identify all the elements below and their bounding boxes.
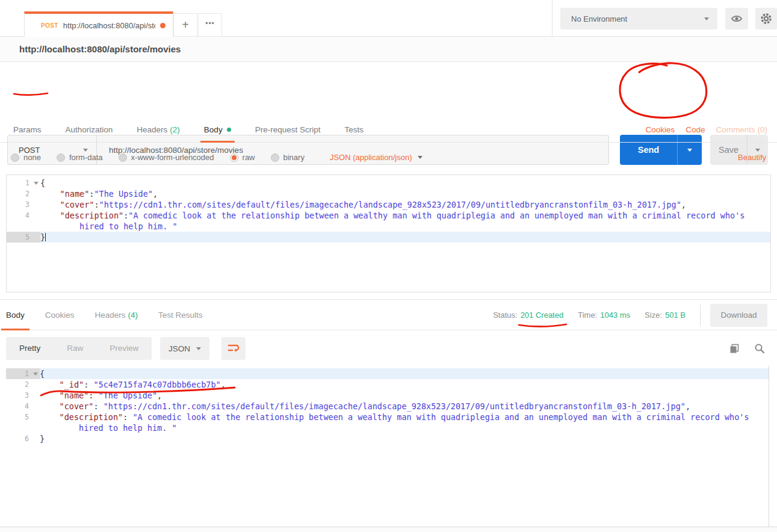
fold-caret-icon[interactable]	[31, 373, 40, 376]
status-badge: Status: 201 Created	[493, 311, 563, 320]
wrap-lines-icon	[228, 343, 240, 354]
fold-caret-icon[interactable]	[32, 182, 40, 185]
editor-gutter	[6, 422, 40, 433]
response-view-switcher: Pretty Raw Preview	[6, 337, 152, 360]
mode-raw[interactable]: raw	[230, 153, 255, 162]
response-body-viewer[interactable]: 1{2 "_id": "5c4e715fa74c07dbbb6ecb7b",3 …	[6, 366, 769, 527]
mode-x-www-form-urlencoded[interactable]: x-www-form-urlencoded	[119, 153, 214, 162]
editor-gutter: 1	[7, 178, 40, 188]
body-mode-row: none form-data x-www-form-urlencoded raw…	[0, 143, 777, 172]
radio-icon[interactable]	[11, 153, 19, 162]
search-icon[interactable]	[754, 343, 765, 354]
editor-gutter: 6	[6, 433, 40, 444]
request-tab[interactable]: POST http://localhost:8080/api/store/	[24, 11, 173, 37]
unsaved-changes-dot-icon	[160, 23, 166, 28]
environment-quick-look-button[interactable]	[725, 8, 748, 29]
environment-label: No Environment	[571, 14, 704, 23]
wrap-lines-button[interactable]	[221, 337, 246, 360]
tab-url-label: http://localhost:8080/api/store/	[63, 21, 155, 30]
time-badge: Time: 1043 ms	[578, 311, 630, 320]
editor-line[interactable]: 5}	[7, 232, 770, 243]
code-link[interactable]: Code	[686, 125, 705, 134]
postman-window: POST http://localhost:8080/api/store/ + …	[0, 0, 777, 532]
editor-line[interactable]: 4 "description":"A comedic look at the r…	[7, 210, 770, 221]
mode-binary[interactable]: binary	[271, 153, 305, 162]
tab-authorization[interactable]: Authorization	[66, 117, 113, 142]
top-tab-bar: POST http://localhost:8080/api/store/ + …	[0, 0, 777, 37]
editor-gutter: 4	[6, 401, 40, 412]
environment-selector[interactable]: No Environment	[560, 8, 717, 29]
request-title: http://localhost:8080/api/store/movies	[19, 44, 181, 54]
request-body-editor[interactable]: 1{2 "name":"The Upside",3 "cover":"https…	[6, 175, 771, 292]
tab-headers[interactable]: Headers(2)	[137, 117, 180, 142]
editor-gutter: 5	[7, 232, 40, 243]
editor-line[interactable]: 2 "_id": "5c4e715fa74c07dbbb6ecb7b",	[6, 379, 769, 390]
radio-selected-icon[interactable]	[230, 153, 238, 162]
size-badge: Size: 501 B	[645, 311, 686, 320]
cookies-link[interactable]: Cookies	[645, 125, 675, 134]
chevron-down-icon	[704, 17, 709, 20]
response-format-selector[interactable]: JSON	[160, 337, 209, 360]
chevron-down-icon	[196, 347, 201, 350]
editor-line[interactable]: 3 "cover":"https://cdn1.thr.com/sites/de…	[7, 199, 770, 210]
content-type-selector[interactable]: JSON (application/json)	[330, 153, 423, 162]
response-header-row: Body Cookies Headers(4) Test Results Sta…	[0, 299, 777, 330]
mode-form-data[interactable]: form-data	[57, 153, 103, 162]
tab-tests[interactable]: Tests	[344, 117, 364, 142]
radio-icon[interactable]	[271, 153, 279, 162]
editor-gutter	[7, 221, 40, 232]
editor-line[interactable]: 5 "description": "A comedic look at the …	[6, 412, 769, 422]
view-raw[interactable]: Raw	[54, 337, 96, 360]
tab-options-button[interactable]: •••	[198, 13, 222, 37]
tab-params[interactable]: Params	[13, 117, 42, 142]
editor-line[interactable]: 2 "name":"The Upside",	[7, 188, 770, 199]
tab-body[interactable]: Body	[204, 117, 231, 142]
editor-gutter: 4	[7, 210, 40, 221]
request-builder-row: POST http://localhost:8080/api/store/mov…	[0, 62, 777, 117]
text-cursor	[45, 233, 46, 241]
response-toolbar: Pretty Raw Preview JSON	[0, 330, 777, 366]
download-button[interactable]: Download	[710, 304, 767, 327]
editor-gutter: 2	[6, 379, 40, 390]
request-title-bar: http://localhost:8080/api/store/movies	[0, 37, 777, 62]
header-divider	[552, 0, 553, 36]
request-tabs-row: Params Authorization Headers(2) Body Pre…	[0, 117, 777, 143]
editor-gutter: 3	[7, 199, 40, 210]
body-has-content-dot-icon	[227, 128, 231, 132]
response-tab-test-results[interactable]: Test Results	[158, 300, 203, 330]
scrollbar-track[interactable]	[769, 366, 769, 527]
new-tab-button[interactable]: +	[173, 13, 197, 37]
response-action-icons	[729, 337, 765, 360]
settings-button[interactable]	[755, 8, 777, 29]
mode-none[interactable]: none	[11, 153, 41, 162]
view-preview[interactable]: Preview	[96, 337, 152, 360]
request-links: Cookies Code Comments (0)	[645, 117, 767, 142]
response-tab-headers[interactable]: Headers(4)	[95, 300, 138, 330]
editor-gutter: 5	[6, 412, 40, 422]
chevron-down-icon	[418, 156, 423, 159]
radio-icon[interactable]	[57, 153, 65, 162]
copy-icon[interactable]	[729, 343, 740, 354]
comments-link[interactable]: Comments (0)	[716, 125, 767, 134]
response-tabs: Body Cookies Headers(4) Test Results	[6, 300, 223, 330]
beautify-link[interactable]: Beautify	[738, 153, 766, 162]
response-tab-cookies[interactable]: Cookies	[45, 300, 75, 330]
editor-gutter: 2	[7, 188, 40, 199]
editor-gutter: 1	[6, 368, 40, 379]
editor-line[interactable]: 4 "cover": "https://cdn1.thr.com/sites/d…	[6, 401, 769, 412]
response-tab-body[interactable]: Body	[6, 300, 25, 330]
editor-wrap-row[interactable]: hired to help him. "	[6, 422, 769, 433]
tab-pre-request-script[interactable]: Pre-request Script	[255, 117, 321, 142]
editor-line[interactable]: 6}	[6, 433, 769, 444]
editor-wrap-row[interactable]: hired to help him. "	[7, 221, 770, 232]
eye-icon	[731, 14, 743, 23]
editor-line[interactable]: 1{	[7, 178, 770, 188]
bottom-scrollbar-strip[interactable]	[0, 527, 777, 532]
editor-line[interactable]: 1{	[6, 368, 769, 379]
view-pretty[interactable]: Pretty	[6, 337, 54, 360]
editor-line[interactable]: 3 "name": "The Upside",	[6, 390, 769, 401]
radio-icon[interactable]	[119, 153, 127, 162]
editor-gutter: 3	[6, 390, 40, 401]
response-meta: Status: 201 Created Time: 1043 ms Size: …	[493, 300, 767, 330]
meta-divider	[700, 305, 701, 326]
